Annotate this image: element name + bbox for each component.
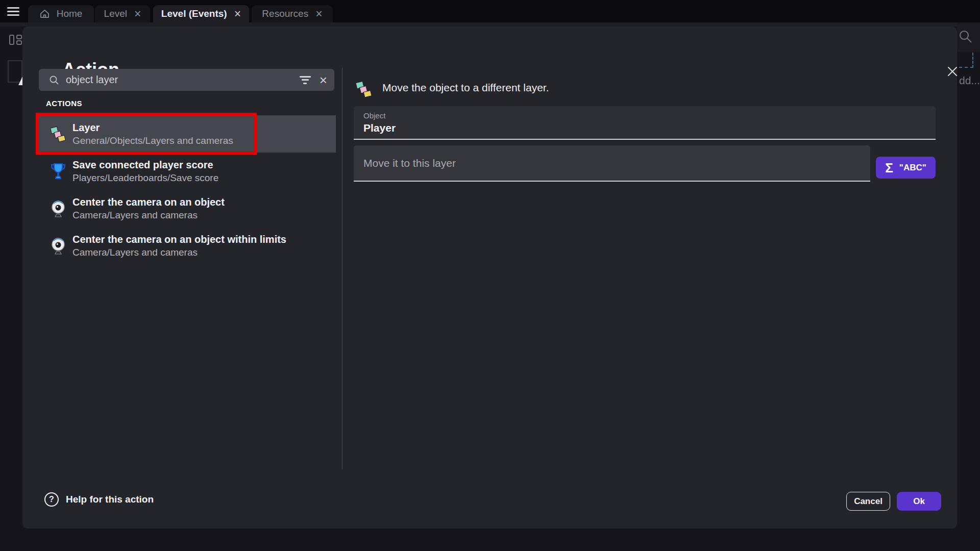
tab-label: Level (Events) (161, 8, 227, 19)
clipped-add-text: dd... (959, 74, 980, 87)
ok-button[interactable]: Ok (897, 492, 941, 511)
search-input[interactable] (66, 74, 299, 86)
panel-divider (342, 68, 342, 469)
action-row-center-camera-limits[interactable]: Center the camera on an object within li… (38, 227, 336, 264)
sigma-icon: Σ (885, 161, 893, 174)
menu-icon[interactable] (7, 7, 19, 16)
action-title: Save connected player score (72, 158, 218, 171)
action-row-layer[interactable]: Layer General/Objects/Layers and cameras (38, 115, 336, 153)
layers-icon (49, 124, 67, 144)
tab-label: Level (104, 8, 127, 19)
gdevelop-app: Home Level × Level (Events) × Resources … (0, 0, 980, 551)
help-link[interactable]: ? Help for this action (44, 492, 154, 507)
tab-level-events[interactable]: Level (Events) × (153, 5, 249, 22)
tab-close-icon[interactable]: × (234, 9, 241, 19)
action-path: General/Objects/Layers and cameras (72, 134, 233, 147)
action-dialog: Action × ACTIONS (22, 27, 957, 529)
action-row-center-camera[interactable]: Center the camera on an object Camera/La… (38, 190, 336, 227)
action-row-save-score[interactable]: Save connected player score Players/Lead… (38, 153, 336, 190)
dialog-close-button[interactable] (943, 62, 962, 81)
tab-bar: Home Level × Level (Events) × Resources … (0, 0, 980, 22)
active-tab-strip (0, 22, 980, 27)
action-description: Move the object to a different layer. (382, 82, 549, 94)
search-icon (50, 76, 59, 85)
tab-label: Home (57, 8, 83, 19)
search-events-icon[interactable] (959, 30, 973, 44)
action-title: Layer (72, 121, 233, 134)
object-field-label: Object (363, 111, 385, 120)
webcam-icon (49, 236, 67, 256)
action-path: Camera/Layers and cameras (72, 246, 286, 259)
tab-close-icon[interactable]: × (134, 9, 141, 19)
action-title: Center the camera on an object within li… (72, 233, 286, 246)
filter-icon[interactable] (299, 76, 311, 84)
help-label: Help for this action (66, 494, 154, 505)
tab-label: Resources (262, 8, 308, 19)
webcam-icon (49, 198, 67, 219)
tab-level[interactable]: Level × (95, 5, 150, 22)
cancel-button[interactable]: Cancel (846, 492, 890, 511)
trophy-icon (49, 161, 67, 182)
clear-search-icon[interactable]: × (320, 75, 327, 85)
panels-icon[interactable] (9, 34, 22, 46)
actions-section-label: ACTIONS (46, 99, 82, 108)
action-path: Players/Leaderboards/Save score (72, 171, 218, 184)
object-field-value: Player (363, 122, 396, 134)
action-title: Center the camera on an object (72, 195, 225, 209)
expression-editor-button[interactable]: Σ "ABC" (876, 157, 936, 179)
tab-close-icon[interactable]: × (315, 9, 322, 19)
object-field[interactable]: Object Player (354, 106, 936, 140)
layer-input[interactable] (363, 145, 859, 181)
background-frame-fragment (8, 60, 22, 83)
tab-resources[interactable]: Resources × (252, 5, 333, 22)
tab-home[interactable]: Home (28, 5, 94, 22)
drop-indicator-fragment (972, 53, 973, 68)
action-search-box: × (39, 69, 334, 91)
home-icon (40, 9, 50, 18)
layers-icon (356, 80, 372, 98)
layer-field (354, 145, 870, 182)
help-icon: ? (44, 492, 59, 507)
expression-type-label: "ABC" (899, 163, 926, 173)
action-path: Camera/Layers and cameras (72, 209, 225, 221)
close-icon (947, 66, 958, 77)
